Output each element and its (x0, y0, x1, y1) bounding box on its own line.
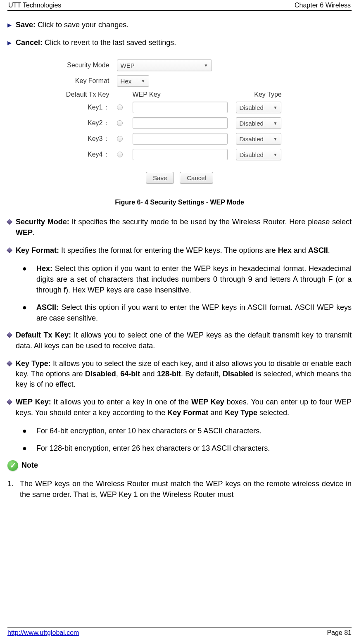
diamond-icon (7, 397, 16, 418)
key-format-select[interactable]: Hex▼ (117, 75, 149, 87)
key4-input[interactable] (133, 149, 228, 160)
save-item: ▶ Save: Click to save your changes. (7, 20, 352, 30)
key3-radio[interactable] (117, 136, 123, 142)
enc-64-desc: ● For 64-bit encryption, enter 10 hex ch… (22, 425, 352, 436)
key-type-desc: Key Type: It allows you to select the si… (7, 359, 352, 390)
key4-label: Key4： (51, 150, 117, 159)
key2-input[interactable] (133, 117, 228, 129)
key-row: Key4： Disabled▼ (51, 149, 309, 160)
note-item-1: 1. The WEP keys on the Wireless Router m… (7, 478, 352, 500)
chevron-down-icon: ▼ (273, 105, 278, 110)
footer-page: Page 81 (327, 629, 352, 637)
save-text: Save: Click to save your changes. (16, 20, 352, 30)
key-row: Key3： Disabled▼ (51, 133, 309, 145)
footer-url[interactable]: http://www.uttglobal.com (7, 629, 79, 637)
page-footer: http://www.uttglobal.com Page 81 (7, 627, 352, 637)
chevron-down-icon: ▼ (204, 63, 208, 68)
cancel-text: Cancel: Click to revert to the last save… (16, 38, 352, 48)
key3-label: Key3： (51, 135, 117, 143)
wep-settings-figure: Security Mode WEP▼ Key Format Hex▼ Defau… (48, 56, 312, 191)
security-mode-label: Security Mode (51, 62, 117, 69)
header-left: UTT Technologies (8, 2, 61, 9)
chevron-down-icon: ▼ (273, 121, 278, 126)
security-mode-select[interactable]: WEP▼ (117, 59, 212, 71)
key-row: Key2： Disabled▼ (51, 117, 309, 129)
key1-radio[interactable] (117, 105, 123, 110)
diamond-icon (7, 330, 16, 351)
default-tx-key-desc: Default Tx Key: It allows you to select … (7, 330, 352, 351)
key4-radio[interactable] (117, 152, 123, 157)
diamond-icon (7, 245, 16, 256)
key-format-desc: Key Format: It specifies the format for … (7, 245, 352, 256)
key2-type-select[interactable]: Disabled▼ (236, 117, 281, 129)
key1-input[interactable] (133, 102, 228, 113)
cancel-button[interactable]: Cancel (180, 172, 213, 184)
ascii-desc: ● ASCII: Select this option if you want … (22, 302, 352, 323)
save-button[interactable]: Save (146, 172, 174, 184)
page-header: UTT Technologies Chapter 6 Wireless (7, 0, 352, 11)
chevron-down-icon: ▼ (141, 79, 145, 83)
diamond-icon (7, 217, 16, 238)
enc-128-desc: ● For 128-bit encryption, enter 26 hex c… (22, 443, 352, 454)
arrow-icon: ▶ (7, 20, 16, 30)
hex-desc: ● Hex: Select this option if you want to… (22, 263, 352, 295)
wep-key-desc: WEP Key: It allows you to enter a key in… (7, 397, 352, 418)
arrow-icon: ▶ (7, 38, 16, 48)
key1-type-select[interactable]: Disabled▼ (236, 102, 281, 113)
key4-type-select[interactable]: Disabled▼ (236, 149, 281, 160)
key-type-header: Key Type (228, 91, 309, 98)
note-heading: ✓ Note (7, 460, 352, 471)
diamond-icon (7, 359, 16, 390)
cancel-item: ▶ Cancel: Click to revert to the last sa… (7, 38, 352, 48)
wep-key-header: WEP Key (133, 91, 228, 98)
key3-input[interactable] (133, 133, 228, 145)
check-icon: ✓ (7, 460, 18, 471)
key1-label: Key1： (51, 103, 117, 112)
key-row: Key1： Disabled▼ (51, 102, 309, 113)
chevron-down-icon: ▼ (273, 152, 278, 157)
figure-caption: Figure 6- 4 Security Settings - WEP Mode (7, 199, 352, 206)
default-tx-key-label: Default Tx Key (51, 91, 117, 98)
key-format-label: Key Format (51, 77, 117, 85)
key2-label: Key2： (51, 119, 117, 128)
chevron-down-icon: ▼ (273, 137, 278, 141)
key3-type-select[interactable]: Disabled▼ (236, 133, 281, 145)
header-right: Chapter 6 Wireless (295, 2, 351, 9)
security-mode-desc: Security Mode: It specifies the security… (7, 217, 352, 238)
key2-radio[interactable] (117, 120, 123, 126)
